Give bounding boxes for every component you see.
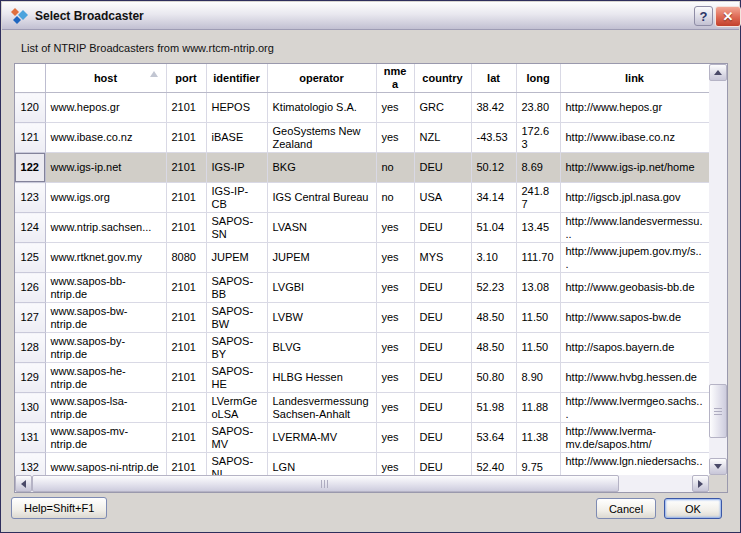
scroll-right-button[interactable] [692,475,709,492]
host-cell[interactable]: www.rtknet.gov.my [45,243,166,273]
horizontal-scrollbar-thumb[interactable] [32,475,619,492]
column-header-link[interactable]: link [560,64,709,93]
table-row[interactable]: 128 www.sapos-by-ntrip.de 2101 SAPOS-BY … [15,333,709,363]
long-cell[interactable]: 11.50 [516,333,560,363]
horizontal-scrollbar[interactable] [15,475,709,492]
long-cell[interactable]: 11.50 [516,303,560,333]
operator-cell[interactable]: LVERMA-MV [267,423,376,453]
nmea-cell[interactable]: yes [376,333,414,363]
vertical-scrollbar[interactable] [709,64,727,475]
table-row[interactable]: 123 www.igs.org 2101 IGS-IP-CB IGS Centr… [15,183,709,213]
titlebar[interactable]: Select Broadcaster ? ✕ [2,2,739,30]
identifier-cell[interactable]: SAPOS-BY [206,333,267,363]
link-cell[interactable]: http://www.hvbg.hessen.de [560,363,709,393]
operator-cell[interactable]: Landesvermessung Sachsen-Anhalt [267,393,376,423]
link-cell[interactable]: http://igscb.jpl.nasa.gov [560,183,709,213]
host-cell[interactable]: www.igs-ip.net [45,153,166,183]
operator-cell[interactable]: IGS Central Bureau [267,183,376,213]
country-cell[interactable]: DEU [414,423,471,453]
table-row[interactable]: 129 www.sapos-he-ntrip.de 2101 SAPOS-HE … [15,363,709,393]
country-cell[interactable]: MYS [414,243,471,273]
identifier-cell[interactable]: HEPOS [206,93,267,123]
operator-cell[interactable]: BKG [267,153,376,183]
long-cell[interactable]: 241.87 [516,183,560,213]
lat-cell[interactable]: 38.42 [471,93,516,123]
table-row[interactable]: 125 www.rtknet.gov.my 8080 JUPEM JUPEM y… [15,243,709,273]
operator-cell[interactable]: HLBG Hessen [267,363,376,393]
link-cell[interactable]: http://www.hepos.gr [560,93,709,123]
row-number-cell[interactable]: 121 [15,123,45,153]
lat-cell[interactable]: 3.10 [471,243,516,273]
nmea-cell[interactable]: yes [376,123,414,153]
nmea-cell[interactable]: no [376,183,414,213]
column-header-long[interactable]: long [516,64,560,93]
host-cell[interactable]: www.sapos-by-ntrip.de [45,333,166,363]
link-cell[interactable]: http://www.ibase.co.nz [560,123,709,153]
country-cell[interactable]: DEU [414,393,471,423]
lat-cell[interactable]: 48.50 [471,303,516,333]
row-number-cell[interactable]: 131 [15,423,45,453]
table-row[interactable]: 127 www.sapos-bw-ntrip.de 2101 SAPOS-BW … [15,303,709,333]
host-cell[interactable]: www.sapos-bb-ntrip.de [45,273,166,303]
port-cell[interactable]: 2101 [166,333,206,363]
nmea-cell[interactable]: yes [376,363,414,393]
nmea-cell[interactable]: no [376,153,414,183]
column-header-identifier[interactable]: identifier [206,64,267,93]
lat-cell[interactable]: 50.80 [471,363,516,393]
nmea-cell[interactable]: yes [376,273,414,303]
table-row[interactable]: 121 www.ibase.co.nz 2101 iBASE GeoSystem… [15,123,709,153]
link-cell[interactable]: http://www.lvermgeo.sachs... [560,393,709,423]
port-cell[interactable]: 2101 [166,93,206,123]
long-cell[interactable]: 8.90 [516,363,560,393]
operator-cell[interactable]: GeoSystems New Zealand [267,123,376,153]
column-header-port[interactable]: port [166,64,206,93]
table-row[interactable]: 130 www.sapos-lsa-ntrip.de 2101 LVermGeo… [15,393,709,423]
nmea-cell[interactable]: yes [376,243,414,273]
operator-cell[interactable]: LVGBI [267,273,376,303]
row-number-cell[interactable]: 122 [15,153,45,183]
long-cell[interactable]: 23.80 [516,93,560,123]
country-cell[interactable]: DEU [414,213,471,243]
country-cell[interactable]: DEU [414,333,471,363]
titlebar-close-button[interactable]: ✕ [715,6,741,27]
port-cell[interactable]: 2101 [166,273,206,303]
link-cell[interactable]: http://www.landesvermessu... [560,213,709,243]
host-cell[interactable]: www.sapos-bw-ntrip.de [45,303,166,333]
row-number-cell[interactable]: 130 [15,393,45,423]
table-row[interactable]: 122 www.igs-ip.net 2101 IGS-IP BKG no DE… [15,153,709,183]
country-cell[interactable]: USA [414,183,471,213]
port-cell[interactable]: 2101 [166,303,206,333]
ok-button[interactable]: OK [664,498,722,519]
lat-cell[interactable]: 34.14 [471,183,516,213]
table-row[interactable]: 120 www.hepos.gr 2101 HEPOS Ktimatologio… [15,93,709,123]
nmea-cell[interactable]: yes [376,393,414,423]
operator-cell[interactable]: Ktimatologio S.A. [267,93,376,123]
column-header-host[interactable]: host [45,64,166,93]
long-cell[interactable]: 11.38 [516,423,560,453]
host-cell[interactable]: www.ntrip.sachsen... [45,213,166,243]
row-number-cell[interactable]: 125 [15,243,45,273]
host-cell[interactable]: www.igs.org [45,183,166,213]
operator-cell[interactable]: LVASN [267,213,376,243]
column-header-lat[interactable]: lat [471,64,516,93]
identifier-cell[interactable]: IGS-IP [206,153,267,183]
cancel-button[interactable]: Cancel [596,498,656,519]
port-cell[interactable]: 2101 [166,153,206,183]
identifier-cell[interactable]: SAPOS-HE [206,363,267,393]
port-cell[interactable]: 2101 [166,363,206,393]
column-header-rownum[interactable] [15,64,45,93]
host-cell[interactable]: www.sapos-lsa-ntrip.de [45,393,166,423]
operator-cell[interactable]: BLVG [267,333,376,363]
table-row[interactable]: 131 www.sapos-mv-ntrip.de 2101 SAPOS-MV … [15,423,709,453]
port-cell[interactable]: 2101 [166,123,206,153]
link-cell[interactable]: http://www.lverma-mv.de/sapos.htm/ [560,423,709,453]
identifier-cell[interactable]: IGS-IP-CB [206,183,267,213]
long-cell[interactable]: 11.88 [516,393,560,423]
row-number-cell[interactable]: 126 [15,273,45,303]
lat-cell[interactable]: -43.53 [471,123,516,153]
port-cell[interactable]: 2101 [166,213,206,243]
row-number-cell[interactable]: 128 [15,333,45,363]
country-cell[interactable]: GRC [414,93,471,123]
lat-cell[interactable]: 48.50 [471,333,516,363]
identifier-cell[interactable]: LVermGeoLSA [206,393,267,423]
